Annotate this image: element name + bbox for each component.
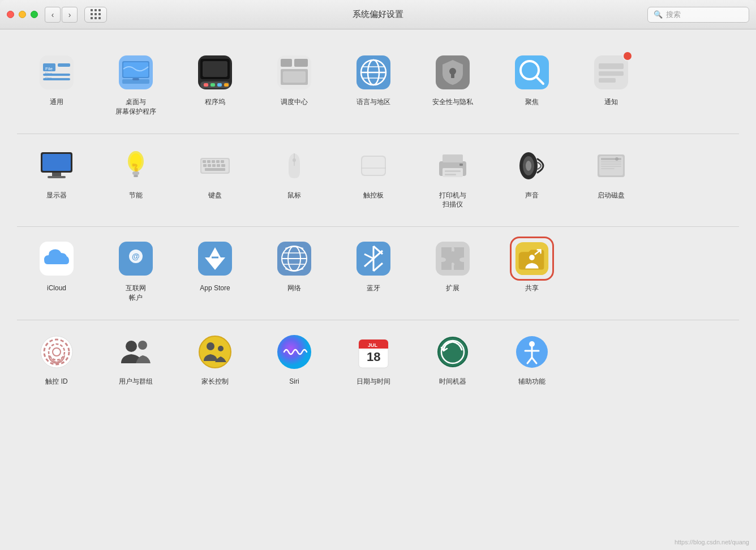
pref-language[interactable]: 语言与地区	[334, 46, 413, 122]
search-box[interactable]: 🔍 搜索	[647, 7, 749, 23]
pref-printer[interactable]: 打印机与扫描仪	[413, 140, 492, 216]
keyboard-icon	[196, 147, 234, 185]
general-label: 通用	[50, 97, 63, 107]
svg-rect-53	[207, 160, 211, 163]
svg-rect-52	[203, 160, 206, 163]
pref-startup[interactable]: 启动磁盘	[572, 140, 651, 216]
pref-trackpad[interactable]: 触控板	[334, 140, 413, 216]
svg-rect-58	[208, 164, 211, 167]
pref-icloud[interactable]: iCloud	[17, 233, 96, 308]
pref-spotlight[interactable]: 聚焦	[492, 46, 572, 122]
security-label: 安全性与隐私	[432, 97, 473, 107]
parental-label: 家长控制	[201, 377, 229, 386]
bluetooth-label: 蓝牙	[367, 283, 380, 293]
forward-button[interactable]: ›	[62, 7, 78, 23]
pref-mission[interactable]: 调度中心	[255, 46, 334, 122]
sound-icon	[513, 147, 551, 185]
security-icon	[433, 53, 472, 92]
network-icon	[275, 239, 313, 278]
pref-sound[interactable]: 声音	[492, 140, 572, 216]
pref-bluetooth[interactable]: 蓝牙	[334, 233, 413, 308]
internet-label: 互联网帐户	[126, 283, 146, 303]
pref-network[interactable]: 网络	[255, 233, 334, 308]
maximize-button[interactable]	[31, 11, 38, 18]
pref-touchid[interactable]: 触控 ID	[17, 326, 96, 392]
display-label: 显示器	[46, 191, 67, 200]
desktop-icon-wrapper	[115, 52, 156, 93]
pref-energy[interactable]: 节能	[96, 140, 175, 216]
internet-icon: @	[117, 239, 155, 278]
svg-rect-48	[132, 171, 139, 175]
pref-keyboard[interactable]: 键盘	[175, 140, 255, 216]
svg-rect-19	[217, 83, 222, 87]
icloud-label: iCloud	[47, 283, 66, 293]
svg-rect-25	[283, 71, 306, 83]
parental-icon-wrapper	[195, 332, 235, 372]
dock-icon	[196, 53, 234, 92]
minimize-button[interactable]	[19, 11, 26, 18]
svg-rect-49	[134, 175, 138, 177]
svg-point-105	[529, 255, 535, 260]
nav-buttons: ‹ ›	[45, 7, 78, 23]
users-icon	[117, 333, 155, 371]
svg-rect-41	[599, 78, 616, 83]
grid-icon	[91, 9, 101, 20]
svg-rect-43	[42, 154, 71, 171]
svg-rect-45	[48, 176, 66, 178]
display-icon	[37, 147, 76, 185]
svg-rect-23	[294, 59, 308, 67]
svg-text:Ope: Ope	[45, 76, 52, 80]
pref-mouse[interactable]: 鼠标	[255, 140, 334, 216]
section-hardware: 显示器 节能	[17, 134, 739, 227]
svg-rect-57	[203, 164, 207, 167]
close-button[interactable]	[7, 11, 14, 18]
traffic-lights	[7, 11, 38, 18]
pref-notification[interactable]: 通知	[572, 46, 651, 122]
pref-extensions[interactable]: 扩展	[413, 233, 492, 308]
users-icon-wrapper	[115, 332, 156, 372]
pref-appstore[interactable]: App Store	[175, 233, 255, 308]
sharing-icon	[513, 239, 551, 278]
pref-users[interactable]: 用户与群组	[96, 326, 175, 392]
pref-accessibility[interactable]: 辅助功能	[492, 326, 572, 392]
sharing-label: 共享	[525, 283, 539, 293]
svg-rect-61	[221, 164, 225, 167]
svg-rect-73	[459, 164, 463, 166]
svg-point-64	[293, 158, 296, 162]
spotlight-icon	[513, 53, 551, 92]
svg-rect-66	[362, 157, 385, 175]
keyboard-label: 键盘	[208, 191, 222, 200]
svg-point-84	[615, 157, 618, 161]
keyboard-icon-wrapper	[195, 145, 235, 186]
notification-icon-wrapper	[591, 52, 632, 93]
svg-rect-18	[211, 83, 215, 87]
desktop-label: 桌面与屏幕保护程序	[115, 97, 156, 117]
titlebar: ‹ › 系统偏好设置 🔍 搜索	[0, 0, 756, 29]
appstore-label: App Store	[200, 283, 230, 293]
pref-timemachine[interactable]: 时间机器	[413, 326, 492, 392]
datetime-icon: JUL 18	[354, 333, 393, 371]
pref-parental[interactable]: 家长控制	[175, 326, 255, 392]
svg-rect-56	[221, 160, 224, 163]
pref-desktop[interactable]: 桌面与屏幕保护程序	[96, 46, 175, 122]
pref-siri[interactable]: Siri	[255, 326, 334, 392]
network-label: 网络	[287, 283, 301, 293]
accessibility-icon-wrapper	[512, 332, 552, 372]
pref-internet[interactable]: @ 互联网帐户	[96, 233, 175, 308]
security-icon-wrapper	[432, 52, 473, 93]
pref-dock[interactable]: 程序坞	[175, 46, 255, 122]
pref-general[interactable]: File New Ope 通用	[17, 46, 96, 122]
bluetooth-icon	[354, 239, 393, 278]
datetime-label: 日期与时间	[356, 377, 390, 386]
back-icon: ‹	[51, 10, 54, 19]
show-all-button[interactable]	[84, 7, 107, 23]
pref-security[interactable]: 安全性与隐私	[413, 46, 492, 122]
pref-display[interactable]: 显示器	[17, 140, 96, 216]
back-button[interactable]: ‹	[45, 7, 61, 23]
svg-rect-39	[599, 63, 624, 69]
svg-rect-2	[58, 63, 70, 67]
energy-icon-wrapper	[115, 145, 156, 186]
section-internet: iCloud @ 互联网帐户	[17, 227, 739, 320]
pref-datetime[interactable]: JUL 18 日期与时间	[334, 326, 413, 392]
pref-sharing[interactable]: 共享	[492, 233, 572, 308]
